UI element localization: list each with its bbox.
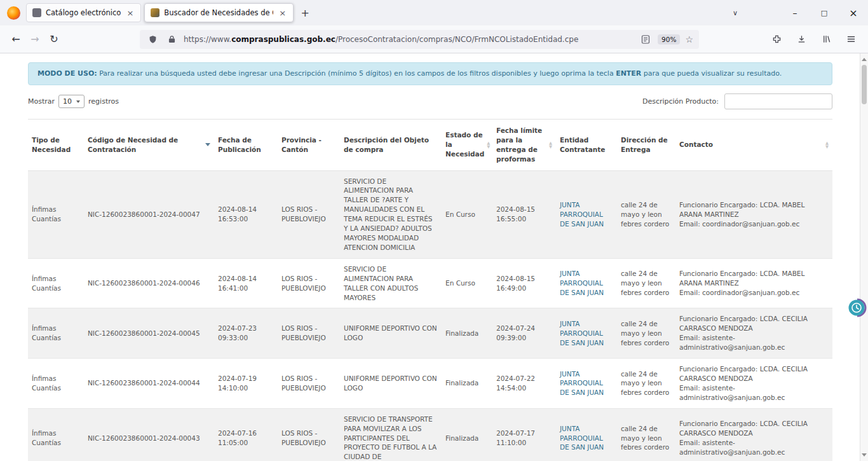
- cell-fecha-limite: 2024-07-24 09:39:00: [492, 308, 556, 359]
- col-header-label: Estado de la Necesidad: [445, 130, 484, 159]
- entidad-link[interactable]: JUNTA PARROQUIAL DE SAN JUAN: [560, 270, 604, 296]
- col-header-fecha-publicacion[interactable]: Fecha de Publicación: [214, 119, 278, 170]
- list-all-tabs-chevron-icon[interactable]: ∨: [726, 4, 745, 21]
- cell-entidad: JUNTA PARROQUIAL DE SAN JUAN: [556, 170, 617, 258]
- usage-info-banner: MODO DE USO: Para realizar una búsqueda …: [28, 62, 832, 85]
- bookmark-star-icon[interactable]: ☆: [685, 34, 693, 45]
- tracking-protection-shield-icon[interactable]: [146, 32, 159, 46]
- cell-codigo: NIC-1260023860001-2024-00046: [84, 258, 214, 308]
- tab-close-icon[interactable]: ×: [278, 9, 287, 17]
- lock-icon[interactable]: [165, 32, 179, 46]
- show-entries-select[interactable]: 10: [58, 95, 85, 108]
- cell-codigo: NIC-1260023860001-2024-00044: [84, 359, 214, 409]
- sort-icon: [487, 141, 490, 149]
- cell-provincia-canton: LOS RIOS - PUEBLOVIEJO: [278, 170, 340, 258]
- downloads-icon[interactable]: [794, 32, 808, 46]
- menu-icon[interactable]: [844, 32, 858, 46]
- cell-provincia-canton: LOS RIOS - PUEBLOVIEJO: [278, 359, 340, 409]
- contacto-email: Email: asistente-administrativo@sanjuan.…: [679, 383, 829, 403]
- url-text[interactable]: https://www.compraspublicas.gob.ec/Proce…: [184, 35, 634, 44]
- reload-icon[interactable]: ↻: [44, 30, 64, 49]
- cell-contacto: Funcionario Encargado: LCDA. MABEL ARANA…: [675, 258, 832, 308]
- cell-tipo-necesidad: Ínfimas Cuantías: [28, 308, 84, 359]
- back-icon[interactable]: ←: [6, 30, 25, 49]
- scrollbar-down-arrow-icon[interactable]: [860, 451, 868, 460]
- cell-contacto: Funcionario Encargado: LCDA. CECILIA CAR…: [675, 308, 832, 359]
- scrollbar-up-arrow-icon[interactable]: [860, 55, 868, 64]
- window-maximize-button[interactable]: □: [810, 0, 839, 25]
- cell-tipo-necesidad: Ínfimas Cuantías: [28, 258, 84, 308]
- cell-provincia-canton: LOS RIOS - PUEBLOVIEJO: [278, 258, 340, 308]
- col-header-label: Contacto: [679, 140, 713, 149]
- show-entries-label-suffix: registros: [88, 97, 119, 106]
- cell-direccion: calle 24 de mayo y leon febres cordero: [617, 308, 675, 359]
- cell-fecha-limite: 2024-08-15 16:49:00: [492, 258, 556, 308]
- cell-tipo-necesidad: Ínfimas Cuantías: [28, 408, 84, 461]
- col-header-direccion[interactable]: Dirección de Entrega: [617, 119, 675, 170]
- entidad-link[interactable]: JUNTA PARROQUIAL DE SAN JUAN: [560, 425, 604, 451]
- needs-table-wrap: Tipo de Necesidad Código de Necesidad de…: [28, 119, 832, 461]
- entidad-link[interactable]: JUNTA PARROQUIAL DE SAN JUAN: [560, 320, 604, 347]
- reader-mode-icon[interactable]: [639, 32, 653, 46]
- contacto-funcionario: Funcionario Encargado: LCDA. CECILIA CAR…: [679, 419, 829, 438]
- cell-entidad: JUNTA PARROQUIAL DE SAN JUAN: [556, 359, 617, 409]
- cell-estado: Finalizada: [442, 308, 492, 359]
- banner-body: Para realizar una búsqueda usted debe in…: [97, 69, 616, 78]
- cell-descripcion: SERVICIO DE ALIMENTACION PARA TALLER CON…: [340, 258, 442, 308]
- forward-icon[interactable]: →: [25, 30, 44, 49]
- tab-close-icon[interactable]: ×: [125, 9, 135, 17]
- col-header-tipo-necesidad[interactable]: Tipo de Necesidad: [28, 119, 84, 170]
- col-header-provincia-canton[interactable]: Provincia - Cantón: [278, 119, 340, 170]
- cell-provincia-canton: LOS RIOS - PUEBLOVIEJO: [278, 308, 340, 359]
- table-header-row: Tipo de Necesidad Código de Necesidad de…: [28, 119, 832, 170]
- col-header-estado[interactable]: Estado de la Necesidad: [442, 119, 492, 170]
- cell-descripcion: SERVICIO DE ALIMENTACION PARA TALLER DE …: [340, 170, 442, 258]
- browser-tab-bar: Catálogo electrónico × Buscador de Neces…: [0, 0, 868, 25]
- tab-favicon: [32, 8, 41, 17]
- address-bar[interactable]: https://www.compraspublicas.gob.ec/Proce…: [140, 30, 699, 49]
- cell-provincia-canton: LOS RIOS - PUEBLOVIEJO: [278, 408, 340, 461]
- entidad-link[interactable]: JUNTA PARROQUIAL DE SAN JUAN: [560, 370, 604, 397]
- cell-estado: Finalizada: [442, 408, 492, 461]
- cell-tipo-necesidad: Ínfimas Cuantías: [28, 359, 84, 409]
- col-header-codigo[interactable]: Código de Necesidad de Contratación: [84, 119, 214, 170]
- floating-clock-widget-button[interactable]: [847, 298, 867, 318]
- col-header-contacto[interactable]: Contacto: [675, 119, 832, 170]
- cell-tipo-necesidad: Ínfimas Cuantías: [28, 170, 84, 258]
- extensions-icon[interactable]: [770, 32, 783, 46]
- scrollbar-thumb[interactable]: [862, 65, 867, 104]
- cell-codigo: NIC-1260023860001-2024-00045: [84, 308, 214, 359]
- table-row: Ínfimas Cuantías NIC-1260023860001-2024-…: [28, 170, 832, 258]
- col-header-descripcion[interactable]: Descripción del Objeto de compra: [340, 119, 442, 170]
- entidad-link[interactable]: JUNTA PARROQUIAL DE SAN JUAN: [560, 201, 604, 228]
- tab-buscador-necesidades[interactable]: Buscador de Necesidades de Co ×: [144, 3, 294, 22]
- col-header-label: Fecha límite para la entrega de proforma…: [496, 126, 546, 164]
- contacto-funcionario: Funcionario Encargado: LCDA. CECILIA CAR…: [679, 364, 829, 383]
- library-icon[interactable]: [819, 32, 833, 46]
- product-filter: Descripción Producto:: [642, 93, 832, 109]
- cell-codigo: NIC-1260023860001-2024-00047: [84, 170, 214, 258]
- tab-catalogo-electronico[interactable]: Catálogo electrónico ×: [26, 3, 141, 22]
- descripcion-producto-input[interactable]: [724, 93, 832, 109]
- sort-icon: [825, 141, 829, 149]
- window-close-button[interactable]: ×: [839, 0, 868, 25]
- col-header-fecha-limite[interactable]: Fecha límite para la entrega de proforma…: [492, 119, 556, 170]
- show-entries-value: 10: [63, 97, 72, 106]
- new-tab-button[interactable]: +: [297, 4, 313, 21]
- window-minimize-button[interactable]: –: [780, 0, 810, 25]
- needs-table: Tipo de Necesidad Código de Necesidad de…: [28, 119, 832, 461]
- cell-fecha-limite: 2024-07-22 14:54:00: [492, 359, 556, 409]
- page-scrollbar[interactable]: [860, 53, 868, 461]
- banner-title: MODO DE USO:: [37, 69, 97, 78]
- cell-contacto: Funcionario Encargado: LCDA. MABEL ARANA…: [675, 170, 832, 258]
- cell-descripcion: UNIFORME DEPORTIVO CON LOGO: [340, 359, 442, 409]
- cell-entidad: JUNTA PARROQUIAL DE SAN JUAN: [556, 408, 617, 461]
- col-header-label: Entidad Contratante: [560, 135, 613, 155]
- col-header-label: Descripción del Objeto de compra: [344, 135, 438, 155]
- col-header-entidad[interactable]: Entidad Contratante: [556, 119, 617, 170]
- banner-tail: para que pueda visualizar su resultado.: [641, 69, 782, 78]
- col-header-label: Tipo de Necesidad: [32, 135, 80, 155]
- zoom-level-button[interactable]: 90%: [658, 34, 680, 45]
- tab-title: Catálogo electrónico: [46, 8, 121, 17]
- page-content: MODO DE USO: Para realizar una búsqueda …: [0, 53, 868, 461]
